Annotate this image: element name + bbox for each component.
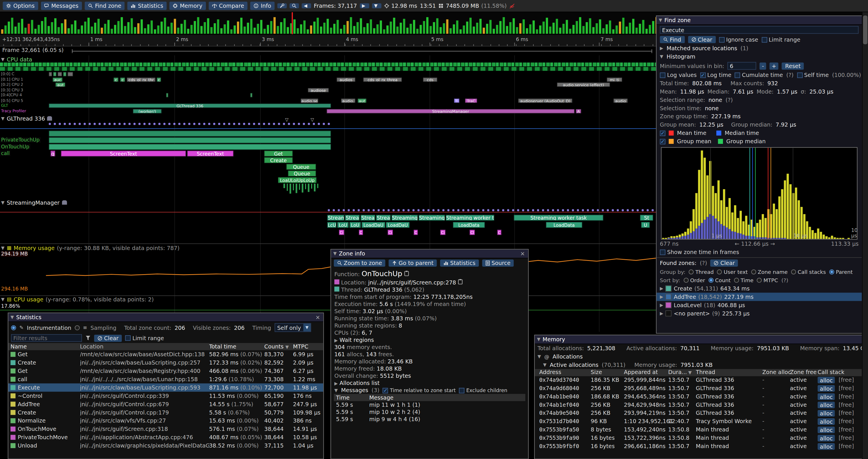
instrumentation-radio[interactable] [11,325,16,330]
frame-bar[interactable] [562,24,565,34]
frame-bar[interactable] [44,17,46,34]
frame-bar[interactable] [293,19,296,34]
find-button[interactable]: Find [660,36,684,43]
frame-bar[interactable] [546,18,548,34]
tiny-zone-tick[interactable] [311,184,312,189]
message-dot[interactable] [268,123,270,125]
message-row[interactable]: 5.59 smip 10 w 2 h 2 (4) [334,408,525,415]
cpu-zone[interactable] [250,93,252,97]
frame-bar[interactable] [91,27,93,34]
frame-bar[interactable] [393,18,395,34]
message-dot[interactable] [437,209,440,211]
timeline-zone[interactable]: Ci [339,230,344,235]
allocation-row[interactable]: 0x74a9d37040186.35 KB295,999,844ns13:50.… [535,376,862,385]
allocations-header[interactable]: Allocations [553,354,583,360]
frame-bar[interactable] [57,27,60,34]
tiny-zone-tick[interactable] [302,184,303,193]
allocation-row[interactable]: 0x7553b9fa9016 bytes153,722,396ns13:50.8… [535,434,862,442]
allocations-list-label[interactable]: Allocations list [340,380,379,386]
log-values-checkbox[interactable]: Log values [660,72,696,78]
frame-bar[interactable] [439,27,442,34]
frame-bar[interactable] [210,27,213,34]
statistics-button[interactable]: Statistics [440,260,478,267]
column-header-name[interactable]: Name [8,343,80,350]
callstack-alloc-button[interactable]: alloc [818,402,835,408]
frame-bar[interactable] [61,23,63,34]
table-row[interactable]: Get/mnt/e/claw/src/claw/base/Registry.hp… [8,367,323,375]
message-dot[interactable] [178,123,181,125]
timeline-zone[interactable]: Strea [345,215,360,221]
location-value[interactable]: jni/../jni/src/guif/Screen.cpp:278 [368,279,456,285]
log-time-checkbox[interactable]: ✓Log time [700,72,731,78]
frame-bar[interactable] [380,21,382,34]
frame-bar[interactable] [337,20,339,34]
allocation-address[interactable]: 0x7553b9fa90 [539,435,579,441]
frame-bar[interactable] [54,19,57,34]
message-dot[interactable] [363,209,365,211]
message-dot[interactable] [98,123,101,125]
message-dot[interactable] [557,209,559,211]
callstack-alloc-button[interactable]: alloc [818,443,835,450]
message-dot[interactable] [138,123,141,125]
message-dot[interactable] [213,123,215,125]
frame-bar[interactable] [340,29,342,34]
frame-bar[interactable] [234,26,236,34]
message-dot[interactable] [607,209,609,211]
frame-bar[interactable] [78,29,80,34]
clipboard-icon[interactable] [458,279,463,284]
message-dot[interactable] [442,209,445,211]
go-to-parent-button[interactable]: Go to parent [389,260,437,267]
timeline-zone[interactable]: U [641,222,650,228]
message-dot[interactable] [114,123,116,125]
min-bin-input[interactable] [727,62,756,70]
sampling-radio[interactable] [75,325,80,330]
expand-icon[interactable]: ▶ [660,46,663,51]
message-dot[interactable] [313,123,315,125]
timeline-zone[interactable]: LcU [327,222,337,228]
clear-button[interactable]: Clear [688,36,716,43]
cpu-zone[interactable]: audio. [341,98,355,102]
zoom-to-zone-button[interactable]: Zoom to zone [334,260,385,267]
message-dot[interactable] [517,209,519,211]
frame-bar[interactable] [121,17,123,34]
frame-bar[interactable] [532,21,535,34]
message-dot[interactable] [398,209,400,211]
timeline-zone[interactable]: Strea [376,215,391,221]
tiny-zone-tick[interactable] [317,184,318,188]
message-dot[interactable] [427,209,430,211]
statistics-table-header[interactable]: NameLocationTotal timeCounts ▼MTPC [8,343,323,350]
frame-bar[interactable] [453,24,455,34]
expand-icon[interactable]: ▶ [660,286,663,291]
decrement-button[interactable]: - [760,62,766,69]
frame-bar[interactable] [157,26,159,34]
group-option-thread[interactable]: Thread [689,269,714,275]
tiny-zone-tick[interactable] [286,184,288,191]
message-dot[interactable] [592,209,594,211]
message-dot[interactable] [407,209,410,211]
frame-bar[interactable] [350,17,352,34]
frame-bar[interactable] [519,23,522,34]
frame-bar[interactable] [589,19,591,34]
frame-bar[interactable] [420,25,422,34]
frame-bar[interactable] [367,23,369,34]
timeline-zone[interactable]: C [413,230,418,235]
frame-bar[interactable] [383,29,385,34]
frame-bar[interactable] [94,23,96,34]
frame-bar[interactable] [4,26,7,34]
message-row[interactable]: 5.59 smip 11 w 1 h 1 (1) [334,401,525,408]
timeline-zone[interactable]: Strea [361,215,375,221]
message-dot[interactable] [368,209,370,211]
callstack-alloc-button[interactable]: alloc [818,435,835,441]
frame-bar[interactable] [81,26,83,34]
frame-bar[interactable] [576,21,578,34]
frame-bar[interactable] [356,22,359,34]
frame-bar[interactable] [24,28,27,34]
message-dot[interactable] [453,209,455,211]
tiny-zone-tick[interactable] [293,184,294,190]
message-dot[interactable] [373,209,375,211]
frame-bar[interactable] [107,20,110,34]
frame-bar[interactable] [400,23,402,34]
cpu-zone[interactable] [166,93,168,97]
timing-dropdown[interactable]: Self only▼ [274,323,311,332]
timeline-zone[interactable]: LoU [349,222,361,228]
